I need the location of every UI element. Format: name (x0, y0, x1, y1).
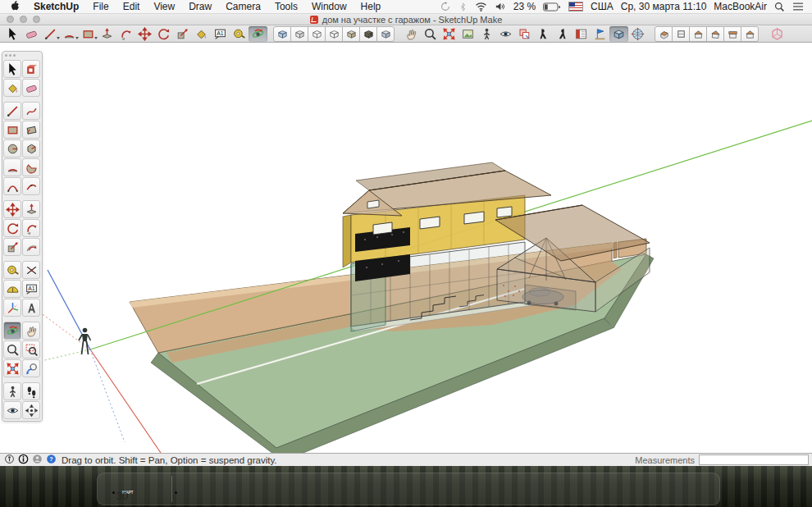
palette-eraser-button[interactable] (22, 79, 40, 97)
info-icon[interactable] (18, 454, 29, 466)
menu-camera[interactable]: Camera (226, 1, 261, 12)
toolbar-component-outline-button[interactable] (768, 26, 787, 42)
toolbar-rectangle-button[interactable] (79, 26, 98, 42)
palette-position-camera-button[interactable] (3, 382, 21, 400)
menu-clock[interactable]: Ср, 30 марта 11:10 (621, 1, 707, 12)
toolbar-arc-button[interactable] (60, 26, 79, 42)
account-icon[interactable] (32, 454, 43, 466)
spotlight-search-icon[interactable] (774, 2, 785, 12)
palette-tape-measure-button[interactable] (3, 261, 21, 279)
toolbar-rotate-button[interactable] (154, 26, 173, 42)
toolbar-select-button[interactable] (3, 26, 22, 42)
toolbar-match-photo-button[interactable] (458, 26, 477, 42)
palette-arc-3pt-button[interactable] (22, 177, 40, 195)
menu-view[interactable]: View (153, 1, 175, 12)
menu-draw[interactable]: Draw (189, 1, 212, 12)
palette-turn-button[interactable] (22, 401, 40, 419)
apple-menu[interactable] (10, 0, 20, 14)
menu-window[interactable]: Window (312, 1, 347, 12)
toolbar-style-hidden-line-button[interactable] (325, 26, 343, 42)
toolbar-view-front-button[interactable] (689, 26, 707, 42)
toolbar-style-back-edges-button[interactable] (290, 26, 308, 42)
menu-tools[interactable]: Tools (275, 1, 298, 12)
palette-push-pull-button[interactable] (22, 200, 40, 218)
palette-rotated-rectangle-button[interactable] (22, 121, 40, 139)
palette-paint-bucket-button[interactable] (3, 79, 21, 97)
palette-text-button[interactable]: A1 (22, 280, 40, 298)
window-minimize-button[interactable] (20, 16, 27, 23)
menu-edit[interactable]: Edit (123, 1, 140, 12)
toolbar-eraser-button[interactable] (22, 26, 41, 42)
palette-protractor-button[interactable] (3, 280, 21, 298)
palette-follow-me-button[interactable] (22, 219, 40, 237)
palette-orbit-button[interactable] (3, 322, 21, 340)
palette-walk-button[interactable] (22, 382, 40, 400)
palette-zoom-window-button[interactable] (22, 340, 40, 359)
help-icon[interactable]: ? (46, 454, 57, 466)
palette-select-button[interactable] (3, 60, 21, 78)
toolbar-orbit-button[interactable] (249, 26, 267, 42)
palette-rectangle-button[interactable] (3, 121, 21, 139)
measurements-input[interactable] (699, 454, 809, 465)
toolbar-cube-mode-button[interactable] (609, 26, 628, 42)
toolbar-style-monochrome-button[interactable] (376, 26, 395, 42)
wifi-icon[interactable] (475, 2, 487, 11)
toolbar-style-xray-button[interactable] (273, 26, 291, 42)
palette-rotate-button[interactable] (3, 219, 21, 237)
palette-zoom-extents-button[interactable] (3, 359, 21, 377)
toolbar-view-back-button[interactable] (723, 26, 741, 42)
document-proxy-icon[interactable] (310, 16, 318, 24)
toolbar-position-camera-button[interactable] (477, 26, 496, 42)
toolbar-tape-measure-button[interactable] (230, 26, 249, 42)
window-zoom-button[interactable] (33, 16, 40, 23)
toolbar-style-shaded-button[interactable] (342, 26, 360, 42)
palette-freehand-button[interactable] (22, 102, 40, 120)
toolbar-push-pull-button[interactable] (98, 26, 116, 42)
toolbar-style-wireframe-button[interactable] (308, 26, 326, 42)
toolbar-view-iso-button[interactable] (655, 26, 673, 42)
window-close-button[interactable] (7, 16, 14, 23)
bluetooth-icon[interactable] (458, 2, 468, 12)
device-name[interactable]: MacBookAir (714, 1, 767, 12)
battery-icon[interactable] (543, 2, 561, 11)
menu-help[interactable]: Help (361, 1, 381, 12)
notification-center-icon[interactable] (792, 2, 804, 11)
toolbar-follow-me-button[interactable] (116, 26, 135, 42)
toolbar-line-button[interactable] (41, 26, 60, 42)
menu-sketchup[interactable]: SketchUp (34, 1, 79, 12)
input-source-label[interactable]: США (591, 1, 614, 12)
toolbar-view-left-button[interactable] (741, 26, 759, 42)
toolbar-zoom-button[interactable] (421, 26, 440, 42)
toolbar-text-button[interactable]: A1 (211, 26, 230, 42)
palette-move-button[interactable] (3, 200, 21, 218)
keyboard-flag-icon[interactable] (568, 2, 583, 11)
viewport[interactable]: A1 (0, 43, 812, 453)
palette-pie-button[interactable] (22, 158, 40, 176)
palette-drag-bar[interactable] (3, 52, 41, 59)
toolbar-zoom-extents-button[interactable] (440, 26, 458, 42)
toolbar-figure-2-button[interactable] (553, 26, 572, 42)
viewport-canvas[interactable] (0, 43, 812, 453)
toolbar-pan-button[interactable] (402, 26, 421, 42)
toolbar-figure-button[interactable] (534, 26, 553, 42)
toolbar-copy-button[interactable] (515, 26, 534, 42)
palette-arc-button[interactable] (3, 158, 21, 176)
toolbar-look-around-button[interactable] (496, 26, 515, 42)
toolbar-style-textured-button[interactable] (359, 26, 377, 42)
palette-pan-button[interactable] (22, 322, 40, 340)
palette-scale-button[interactable] (3, 238, 21, 256)
palette-polygon-button[interactable] (22, 139, 40, 158)
toolbar-sandbox-flag-button[interactable] (591, 26, 609, 42)
palette-make-component-button[interactable] (22, 60, 40, 78)
palette-look-around-button[interactable] (3, 401, 21, 419)
time-machine-icon[interactable] (440, 1, 451, 12)
palette-3d-text-button[interactable] (22, 299, 40, 317)
palette-previous-button[interactable] (22, 359, 40, 377)
palette-dimension-button[interactable] (22, 261, 40, 279)
palette-axes-button[interactable] (3, 299, 21, 317)
palette-circle-button[interactable] (3, 139, 21, 158)
toolbar-model-info-button[interactable] (572, 26, 591, 42)
model-house[interactable] (343, 162, 551, 331)
palette-zoom-button[interactable] (3, 340, 21, 359)
toolbar-paint-bucket-button[interactable] (192, 26, 211, 42)
